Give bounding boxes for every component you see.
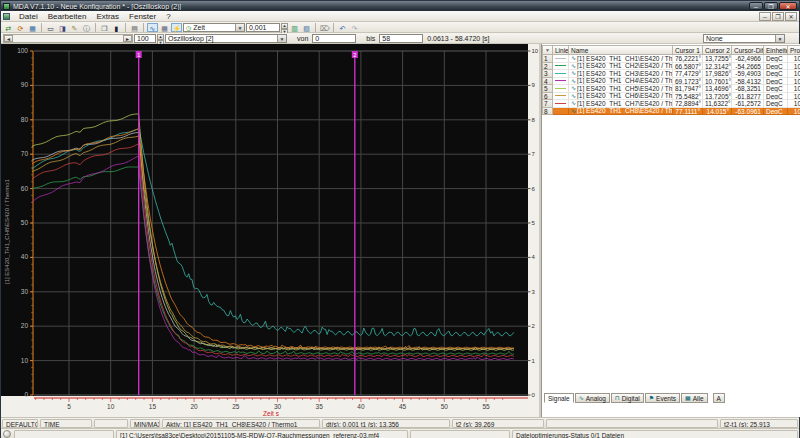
maximize-button[interactable]: ❐ bbox=[764, 2, 778, 10]
tab-digital[interactable]: ⊓Digital bbox=[611, 393, 644, 403]
save-icon[interactable]: ▦ bbox=[27, 23, 38, 32]
tab-events[interactable]: ⚑Events bbox=[645, 393, 680, 403]
eraser-icon[interactable]: ⌦ bbox=[319, 23, 330, 32]
bis-field[interactable]: 58 bbox=[379, 34, 423, 43]
undo-icon[interactable]: ↶ bbox=[337, 23, 348, 32]
filter-icon[interactable]: ▼ bbox=[542, 45, 553, 55]
toolbar-separator bbox=[95, 23, 96, 32]
cursor1-value: 81,7947° bbox=[673, 85, 703, 93]
table-row[interactable]: 4∿[1] ES420_TH1_CH4\ES420 / Thermo169,17… bbox=[542, 78, 800, 86]
scroll-right-icon[interactable]: ► bbox=[123, 35, 132, 42]
prodiv-value: 10 bbox=[788, 70, 800, 78]
x-axis-label: Zeit s bbox=[263, 410, 280, 417]
cursor-mode-icon[interactable]: ⚡ bbox=[171, 23, 182, 32]
column-header-cursor-1[interactable]: Cursor 1 bbox=[673, 45, 703, 55]
t2-status: t2 (s): 39,269 bbox=[452, 419, 544, 428]
column-header-cursor-diff-[interactable]: Cursor-Diff. bbox=[732, 45, 764, 55]
svg-text:30: 30 bbox=[21, 288, 29, 295]
time-mode-combo[interactable]: ◷ Zeit ▼ bbox=[183, 23, 245, 32]
snapshot-icon[interactable]: ▤ bbox=[129, 23, 140, 32]
table-export-icon[interactable]: ▥ bbox=[289, 23, 300, 32]
step-spinner[interactable]: ▲▼ bbox=[281, 23, 288, 32]
menu-datei[interactable]: Datei bbox=[14, 12, 43, 21]
table-row[interactable]: 6∿[1] ES420_TH1_CH6\ES420 / Thermo175,54… bbox=[542, 93, 800, 101]
table-row[interactable]: 2∿[1] ES420_TH1_CH2\ES420 / Thermo166,58… bbox=[542, 63, 800, 71]
unit-value: DegC bbox=[764, 70, 788, 78]
table-row[interactable]: 5∿[1] ES420_TH1_CH5\ES420 / Thermo181,79… bbox=[542, 85, 800, 93]
von-field[interactable]: 0 bbox=[312, 34, 356, 43]
blank-status bbox=[94, 419, 128, 428]
horizontal-scrollbar[interactable]: ◄ ► bbox=[3, 34, 133, 43]
zoom-field[interactable]: 100 bbox=[134, 34, 156, 43]
none-combo[interactable]: None ▼ bbox=[703, 34, 785, 43]
tab-a[interactable]: A bbox=[713, 393, 725, 403]
monitor-signals-icon[interactable]: ◨ bbox=[57, 23, 68, 32]
reassign-sources-icon[interactable]: ⇄ bbox=[3, 23, 14, 32]
osc-view-icon[interactable]: ∿ bbox=[147, 23, 158, 32]
tab-alle[interactable]: ▦Alle bbox=[681, 393, 708, 403]
menu-fenster[interactable]: Fenster bbox=[124, 12, 161, 21]
row-number[interactable]: 5 bbox=[542, 85, 553, 93]
chevron-down-icon[interactable]: ▼ bbox=[277, 35, 286, 42]
column-header-cursor-2[interactable]: Cursor 2 bbox=[703, 45, 732, 55]
dark-monitor-icon[interactable]: ▮ bbox=[111, 23, 122, 32]
info-icon[interactable]: ⓘ bbox=[81, 23, 92, 32]
step-field[interactable]: 0,001 bbox=[246, 23, 280, 32]
column-header-pro-div[interactable]: Pro-Div bbox=[788, 45, 800, 55]
view-select-combo[interactable]: Oszilloskop [2] ▼ bbox=[165, 34, 287, 43]
prodiv-value: 10 bbox=[788, 63, 800, 71]
new-window-icon[interactable]: ❐ bbox=[99, 23, 110, 32]
menu-extras[interactable]: Extras bbox=[91, 12, 124, 21]
mda-application-window: MDA V7.1.10 - Neue Konfiguration * - [Os… bbox=[0, 0, 800, 438]
svg-text:35: 35 bbox=[316, 403, 324, 410]
row-number[interactable]: 3 bbox=[542, 70, 553, 78]
table-row[interactable]: 3∿[1] ES420_TH1_CH3\ES420 / Thermo177,47… bbox=[542, 70, 800, 78]
mdi-minimize-button[interactable]: ─ bbox=[759, 12, 771, 21]
chevron-down-icon[interactable]: ▼ bbox=[775, 35, 784, 42]
minmax-status: MIN/MAX bbox=[130, 419, 160, 428]
cursor2-value: 13,7205° bbox=[703, 93, 732, 101]
column-header-einheiten[interactable]: Einheiten bbox=[764, 45, 788, 55]
scroll-left-icon[interactable]: ◄ bbox=[4, 35, 13, 42]
row-number[interactable]: 6 bbox=[542, 93, 553, 101]
row-number[interactable]: 4 bbox=[542, 78, 553, 86]
close-button[interactable]: ✕ bbox=[779, 2, 797, 10]
row-number[interactable]: 8 bbox=[542, 108, 553, 116]
oscilloscope-chart[interactable]: 0102030405060708090100[1] ES420_TH1_CH8\… bbox=[1, 44, 539, 417]
row-number[interactable]: 7 bbox=[542, 100, 553, 108]
status-bar-1: DEFAULTGRP TIME MIN/MAX Aktiv: [1] ES420… bbox=[1, 417, 799, 428]
table-row[interactable]: 1∿[1] ES420_TH1_CH1\ES420 / Thermo176,22… bbox=[542, 55, 800, 63]
menu-bearbeiten[interactable]: Bearbeiten bbox=[43, 12, 92, 21]
mdi-restore-button[interactable]: ❐ bbox=[772, 12, 784, 21]
refresh-icon[interactable]: ⟳ bbox=[15, 23, 26, 32]
signal-table: ▼LinieNameCursor 1Cursor 2Cursor-Diff.Ei… bbox=[542, 45, 800, 115]
signal-assign-icon[interactable]: ✎ bbox=[69, 23, 80, 32]
menu-help[interactable]: ? bbox=[161, 12, 175, 21]
row-number[interactable]: 1 bbox=[542, 55, 553, 63]
column-header-linie[interactable]: Linie bbox=[553, 45, 569, 55]
app-icon bbox=[3, 3, 10, 10]
minimize-button[interactable]: ─ bbox=[749, 2, 763, 10]
title-bar: MDA V7.1.10 - Neue Konfiguration * - [Os… bbox=[1, 1, 799, 11]
grid-view-icon[interactable]: ▦ bbox=[159, 23, 170, 32]
analog-signal-icon: ∿ bbox=[571, 55, 576, 61]
tab-signale[interactable]: Signale bbox=[544, 393, 574, 403]
cursor2-value: 14,015° bbox=[703, 108, 732, 116]
chevron-down-icon[interactable]: ▼ bbox=[235, 24, 244, 31]
table-row[interactable]: 7∿[1] ES420_TH1_CH7\ES420 / Thermo172,88… bbox=[542, 100, 800, 108]
cursor2-value: 11,6322° bbox=[703, 100, 732, 108]
tab-analog[interactable]: ∿Analog bbox=[575, 393, 610, 403]
mdi-close-button[interactable]: ✕ bbox=[785, 12, 797, 21]
view-toolbar: ◄ ► 100 ▲▼ Oszilloskop [2] ▼ von 0 bis 5… bbox=[1, 33, 799, 44]
layout-icon[interactable]: ▧ bbox=[301, 23, 312, 32]
analog-signal-icon: ∿ bbox=[571, 100, 576, 106]
monitor-config-icon[interactable]: ▭ bbox=[45, 23, 56, 32]
column-header-name[interactable]: Name bbox=[569, 45, 673, 55]
plot-canvas[interactable]: 0102030405060708090100[1] ES420_TH1_CH8\… bbox=[1, 44, 539, 417]
table-row[interactable]: 8∿[1] ES420_TH1_CH8\ES420 / Thermo177,11… bbox=[542, 108, 800, 116]
row-number[interactable]: 2 bbox=[542, 63, 553, 71]
prodiv-value: 10 bbox=[788, 108, 800, 116]
zoom-spinner[interactable]: ▲▼ bbox=[157, 34, 164, 43]
redo-icon[interactable]: ↷ bbox=[349, 23, 360, 32]
svg-text:50: 50 bbox=[441, 403, 449, 410]
